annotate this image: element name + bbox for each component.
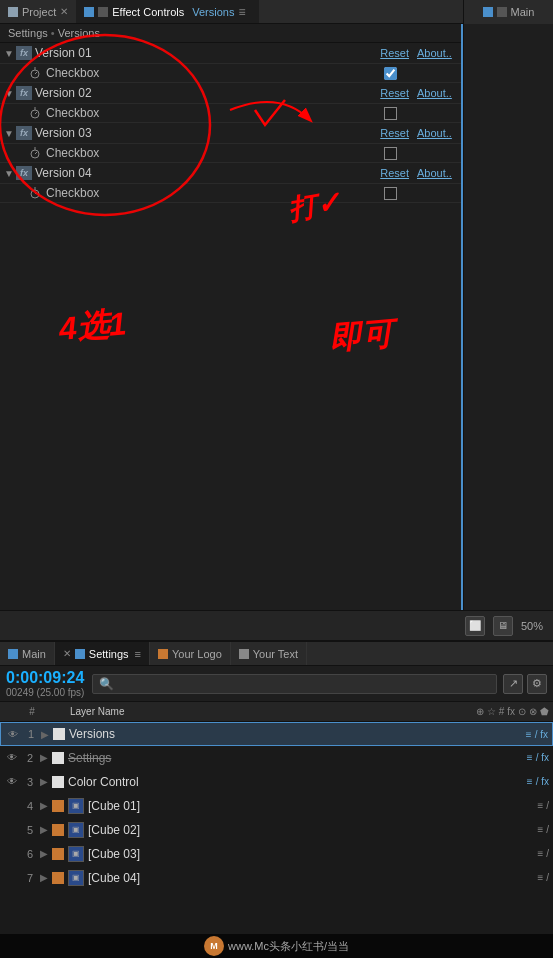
expand-v02[interactable]: ▼	[4, 88, 16, 99]
layer-name-4: [Cube 01]	[88, 799, 537, 813]
layer-icon-slash-6[interactable]: /	[546, 848, 549, 859]
layer-icon-solo-2[interactable]: ≡	[527, 752, 533, 763]
checkbox-empty-v03[interactable]	[384, 147, 397, 160]
tab-project-close[interactable]: ✕	[60, 6, 68, 17]
layer-row-1[interactable]: 👁 1 ▶ Versions ≡ / fx	[0, 722, 553, 746]
right-mini-panel	[463, 24, 553, 610]
layer-row-3[interactable]: 👁 3 ▶ Color Control ≡ / fx	[0, 770, 553, 794]
checkbox-row-v02: Checkbox	[0, 104, 461, 123]
layer-vis-3[interactable]: 👁	[4, 776, 20, 787]
layer-icon-slash-4[interactable]: /	[546, 800, 549, 811]
col-num-header: #	[20, 706, 44, 717]
layer-row-4[interactable]: 👁 4 ▶ ▣ [Cube 01] ≡ /	[0, 794, 553, 818]
checkbox-input-v01[interactable]	[384, 67, 397, 80]
layer-expand-7[interactable]: ▶	[40, 872, 52, 883]
layer-icon-solo-6[interactable]: ≡	[537, 848, 543, 859]
right-panel-tab: Main	[463, 0, 553, 24]
eye-icon-3: 👁	[7, 776, 17, 787]
tab-menu-icon[interactable]: ≡	[238, 5, 251, 19]
checkbox-label-v03: Checkbox	[46, 146, 384, 160]
layer-expand-2[interactable]: ▶	[40, 752, 52, 763]
layer-expand-4[interactable]: ▶	[40, 800, 52, 811]
layer-icons-right-2: ≡ / fx	[527, 752, 549, 763]
about-btn-v04[interactable]: About..	[417, 167, 457, 179]
layer-icon-slash-7[interactable]: /	[546, 872, 549, 883]
layer-row-6[interactable]: 👁 6 ▶ ▣ [Cube 03] ≡ /	[0, 842, 553, 866]
layer-expand-5[interactable]: ▶	[40, 824, 52, 835]
layer-vis-5[interactable]: 👁	[4, 823, 20, 837]
tab-your-text[interactable]: Your Text	[231, 642, 307, 665]
nav-icon-btn-1[interactable]: ↗	[503, 674, 523, 694]
search-box[interactable]: 🔍	[92, 674, 497, 694]
layer-num-5: 5	[20, 824, 40, 836]
layer-vis-2[interactable]: 👁	[4, 752, 20, 763]
about-btn-v02[interactable]: About..	[417, 87, 457, 99]
layer-color-5	[52, 824, 64, 836]
breadcrumb-settings: Settings	[8, 27, 48, 39]
toolbar-icon-monitor[interactable]: ⬜	[465, 616, 485, 636]
layer-row-7[interactable]: 👁 7 ▶ ▣ [Cube 04] ≡ /	[0, 866, 553, 890]
checkbox-empty-v04[interactable]	[384, 187, 397, 200]
tab-main[interactable]: Main	[0, 642, 55, 665]
about-btn-v01[interactable]: About..	[417, 47, 457, 59]
col-layer-name-header: Layer Name	[70, 706, 476, 717]
col-headers: # Layer Name ⊕ ☆ # fx ⊙ ⊗ ⬟	[0, 702, 553, 722]
tab-effect-controls[interactable]: Effect Controls Versions ≡	[76, 0, 259, 23]
layer-color-7	[52, 872, 64, 884]
layer-vis-6[interactable]: 👁	[4, 847, 20, 861]
tab-project[interactable]: Project ✕	[0, 0, 76, 23]
layer-expand-3[interactable]: ▶	[40, 776, 52, 787]
version-row-04: ▼ fx Version 04 Reset About..	[0, 163, 461, 184]
toolbar-icon-display[interactable]: 🖥	[493, 616, 513, 636]
layer-icons-right-1: ≡ / fx	[526, 729, 548, 740]
svg-line-11	[35, 192, 37, 194]
nav-icon-btn-2[interactable]: ⚙	[527, 674, 547, 694]
search-icon: 🔍	[99, 677, 114, 691]
timeline-controls: 0:00:09:24 00249 (25.00 fps) 🔍 ↗ ⚙	[0, 666, 553, 702]
reset-btn-v02[interactable]: Reset	[380, 87, 409, 99]
layer-icon-fx-1[interactable]: / fx	[535, 729, 548, 740]
layer-row-5[interactable]: 👁 5 ▶ ▣ [Cube 02] ≡ /	[0, 818, 553, 842]
reset-btn-v04[interactable]: Reset	[380, 167, 409, 179]
layer-name-5: [Cube 02]	[88, 823, 537, 837]
layer-vis-7[interactable]: 👁	[4, 871, 20, 885]
layer-row-2[interactable]: 👁 2 ▶ Settings ≡ / fx	[0, 746, 553, 770]
layer-icon-fx-2[interactable]: / fx	[536, 752, 549, 763]
layer-icon-solo-7[interactable]: ≡	[537, 872, 543, 883]
svg-line-5	[35, 112, 37, 114]
expand-v03[interactable]: ▼	[4, 128, 16, 139]
settings-menu-icon[interactable]: ≡	[135, 648, 141, 660]
breadcrumb: Settings • Versions	[0, 24, 461, 43]
layer-thumb-6: ▣	[68, 846, 84, 862]
reset-btn-v01[interactable]: Reset	[380, 47, 409, 59]
checkbox-empty-v02[interactable]	[384, 107, 397, 120]
version-row-03: ▼ fx Version 03 Reset About..	[0, 123, 461, 144]
expand-v04[interactable]: ▼	[4, 168, 16, 179]
reset-btn-v03[interactable]: Reset	[380, 127, 409, 139]
layer-expand-1[interactable]: ▶	[41, 729, 53, 740]
layer-vis-4[interactable]: 👁	[4, 799, 20, 813]
settings-tab-close[interactable]: ✕	[63, 648, 71, 659]
layer-icon-solo-1[interactable]: ≡	[526, 729, 532, 740]
layer-num-2: 2	[20, 752, 40, 764]
layer-icon-solo-4[interactable]: ≡	[537, 800, 543, 811]
layer-icon-solo-5[interactable]: ≡	[537, 824, 543, 835]
right-panel-icon1	[483, 7, 493, 17]
layer-icon-solo-3[interactable]: ≡	[527, 776, 533, 787]
expand-v01[interactable]: ▼	[4, 48, 16, 59]
watermark: M www.Mc头条小红书/当当	[0, 934, 553, 958]
layer-icons-right-7: ≡ /	[537, 872, 549, 883]
layer-vis-1[interactable]: 👁	[5, 729, 21, 740]
stopwatch-v04	[28, 186, 42, 200]
panel-bottom: ⬜ 🖥 50%	[0, 610, 553, 640]
tab-your-logo[interactable]: Your Logo	[150, 642, 231, 665]
your-text-tab-icon	[239, 649, 249, 659]
layer-icon-slash-5[interactable]: /	[546, 824, 549, 835]
tab-project-label: Project	[22, 6, 56, 18]
layer-expand-6[interactable]: ▶	[40, 848, 52, 859]
stopwatch-v03	[28, 146, 42, 160]
tab-settings[interactable]: ✕ Settings ≡	[55, 642, 150, 665]
layer-icon-fx-3[interactable]: / fx	[536, 776, 549, 787]
about-btn-v03[interactable]: About..	[417, 127, 457, 139]
layer-thumb-5: ▣	[68, 822, 84, 838]
